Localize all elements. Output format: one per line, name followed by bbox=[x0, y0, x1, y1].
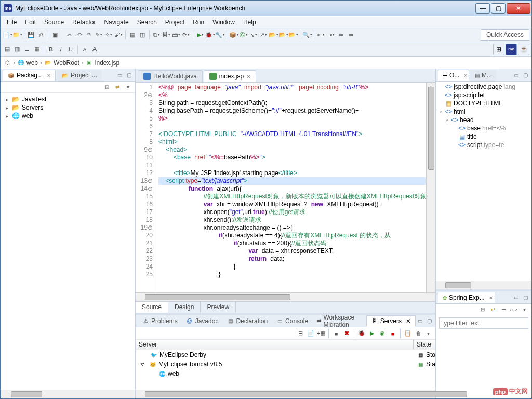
menu-source[interactable]: Source bbox=[40, 18, 68, 27]
code-area[interactable]: <%@ page language="java" import="java.ut… bbox=[156, 83, 426, 292]
link-icon[interactable]: ⇄ bbox=[489, 305, 497, 314]
h-scrollbar[interactable] bbox=[1, 390, 135, 398]
java-perspective-icon[interactable]: ☕ bbox=[518, 44, 529, 55]
maximize-button[interactable]: ▢ bbox=[491, 3, 506, 14]
tab-package-explorer[interactable]: 📦 Packag... ✕ bbox=[3, 70, 56, 81]
grid-icon[interactable]: ▦ bbox=[128, 30, 137, 39]
expand-icon[interactable]: ▸ bbox=[4, 113, 10, 119]
profile-server-icon[interactable]: ◉ bbox=[378, 329, 387, 338]
align-right-icon[interactable]: ▥ bbox=[12, 45, 22, 54]
collapse-icon[interactable]: ▿ bbox=[438, 109, 443, 114]
crumb-web[interactable]: web bbox=[26, 59, 38, 66]
close-icon[interactable]: ✕ bbox=[463, 73, 468, 78]
remove-icon[interactable]: ✖ bbox=[342, 329, 351, 338]
server-row-web[interactable]: 🌐web Synchronized bbox=[136, 369, 435, 378]
back-icon[interactable]: ⬅ bbox=[336, 30, 345, 39]
new-icon[interactable]: 📄 bbox=[3, 30, 12, 39]
maximize-view-icon[interactable]: ▢ bbox=[125, 71, 133, 79]
tab-console[interactable]: ▭Console bbox=[272, 316, 312, 326]
server-row-tomcat[interactable]: ▿🐱MyEclipse Tomcat v8.5 ▦Started Synchro… bbox=[136, 360, 435, 369]
tab-spring-explorer[interactable]: ✿ Spring Exp... ✕ bbox=[438, 292, 495, 303]
font-small-icon[interactable]: A bbox=[80, 45, 89, 54]
open-perspective-icon[interactable]: ⊞ bbox=[493, 44, 504, 55]
server-row-derby[interactable]: 🐦MyEclipse Derby ▦Stopped bbox=[136, 350, 435, 360]
folder2-icon[interactable]: 📂 bbox=[278, 30, 288, 39]
filter-input[interactable] bbox=[439, 317, 528, 329]
tab-servers[interactable]: 🗄Servers✕ bbox=[366, 315, 416, 327]
expand-icon[interactable]: ▸ bbox=[4, 105, 10, 111]
underline-icon[interactable]: U bbox=[66, 45, 75, 54]
font-large-icon[interactable]: A bbox=[90, 45, 99, 54]
external-icon[interactable]: 🔧 bbox=[215, 30, 224, 39]
menu-help[interactable]: Help bbox=[239, 18, 260, 27]
maximize-view-icon[interactable]: ▢ bbox=[425, 317, 433, 325]
export-icon[interactable]: ↗ bbox=[259, 30, 268, 39]
save-all-icon[interactable]: ⎙ bbox=[36, 30, 46, 39]
crumb-index[interactable]: index.jsp bbox=[95, 59, 119, 66]
menu-navigate[interactable]: Navigate bbox=[100, 18, 132, 27]
undo-icon[interactable]: ↶ bbox=[74, 30, 84, 39]
view-menu-icon[interactable]: ▾ bbox=[520, 305, 528, 314]
minimize-button[interactable]: — bbox=[475, 3, 490, 14]
tab-outline[interactable]: ☰ O... ✕ bbox=[438, 70, 469, 81]
maximize-view-icon[interactable]: ▢ bbox=[521, 71, 529, 79]
tab-source[interactable]: Source bbox=[136, 302, 168, 313]
package-tree[interactable]: ▸ 📂 JavaTest ▸ 📂 Servers ▸ 🌐 web bbox=[1, 93, 135, 390]
menu-search[interactable]: Search bbox=[133, 18, 161, 27]
run-server-icon[interactable]: ▶ bbox=[367, 329, 377, 338]
publish-icon[interactable]: 📋 bbox=[403, 329, 413, 338]
myeclipse-perspective-icon[interactable]: me bbox=[506, 44, 517, 55]
sort-icon[interactable]: a↓z bbox=[510, 305, 518, 314]
menu-refactor[interactable]: Refactor bbox=[68, 18, 100, 27]
wand-icon[interactable]: ✎ bbox=[94, 30, 103, 39]
quick-access[interactable]: Quick Access bbox=[481, 29, 529, 41]
bold-icon[interactable]: B bbox=[46, 45, 56, 54]
menu-window[interactable]: Window bbox=[208, 18, 239, 27]
editor-tab-index-jsp[interactable]: index.jsp ✕ bbox=[204, 70, 256, 82]
h-scrollbar[interactable] bbox=[436, 281, 531, 289]
run-icon[interactable]: ▶ bbox=[195, 30, 205, 39]
refresh-icon[interactable]: ⟳ bbox=[181, 30, 191, 39]
close-icon[interactable]: ✕ bbox=[47, 73, 51, 78]
menu-project[interactable]: Project bbox=[161, 18, 189, 27]
new-project-icon[interactable]: 📁 bbox=[12, 30, 22, 39]
debug-icon[interactable]: 🐞 bbox=[205, 30, 215, 39]
prev-annot-icon[interactable]: ⇤ bbox=[316, 30, 326, 39]
close-button[interactable]: ✕ bbox=[507, 3, 530, 14]
collapse-icon[interactable]: ▿ bbox=[444, 117, 449, 123]
shapes-icon[interactable]: ◫ bbox=[138, 30, 147, 39]
menu-edit[interactable]: Edit bbox=[21, 18, 40, 27]
editor-body[interactable]: 12⊖3456789⊖10111213⊖14⊖1516171819⊖202122… bbox=[136, 83, 435, 292]
debug-server-icon[interactable]: 🐞 bbox=[357, 329, 366, 338]
collapse-icon[interactable]: ⊟ bbox=[296, 329, 305, 338]
align-left-icon[interactable]: ▤ bbox=[3, 45, 12, 54]
build-icon[interactable]: ▣ bbox=[50, 30, 60, 39]
col-state[interactable]: State bbox=[414, 340, 435, 350]
col-server[interactable]: Server bbox=[136, 340, 414, 350]
link-editor-icon[interactable]: ⇄ bbox=[113, 83, 122, 91]
valign-icon[interactable]: ☰ bbox=[22, 45, 32, 54]
tab-problems[interactable]: ⚠Problems bbox=[138, 316, 182, 326]
collapse-all-icon[interactable]: ⊟ bbox=[103, 83, 111, 91]
minimize-view-icon[interactable]: ▭ bbox=[115, 71, 124, 79]
outline-tree[interactable]: <>jsp:directive.page lang <>jsp:scriptle… bbox=[436, 82, 531, 281]
outline-item[interactable]: ▿<>head bbox=[436, 116, 531, 124]
outline-item[interactable]: ▿<>html bbox=[436, 108, 531, 116]
view-menu-icon[interactable]: ▾ bbox=[124, 83, 132, 91]
cut-icon[interactable]: ✂ bbox=[64, 30, 74, 39]
outline-item[interactable]: <>jsp:scriptlet bbox=[436, 91, 531, 99]
tree-item-javatest[interactable]: ▸ 📂 JavaTest bbox=[1, 95, 135, 103]
outline-item[interactable]: ▤title bbox=[436, 132, 531, 141]
tab-preview[interactable]: Preview bbox=[201, 302, 236, 313]
clean-icon[interactable]: 🗑 bbox=[414, 329, 423, 338]
menu-file[interactable]: File bbox=[3, 18, 21, 27]
class-icon[interactable]: Ⓒ bbox=[239, 30, 248, 39]
minimize-view-icon[interactable]: ▭ bbox=[512, 294, 520, 302]
collapse-icon[interactable]: ⊟ bbox=[478, 305, 487, 314]
crumb-webroot[interactable]: WebRoot bbox=[54, 59, 79, 66]
tab-javadoc[interactable]: @Javadoc bbox=[182, 316, 223, 326]
package-icon[interactable]: 📦 bbox=[229, 30, 238, 39]
outline-item[interactable]: <>base href=<% bbox=[436, 124, 531, 132]
stop-icon[interactable]: ■ bbox=[388, 329, 397, 338]
close-icon[interactable]: ✕ bbox=[489, 295, 493, 301]
